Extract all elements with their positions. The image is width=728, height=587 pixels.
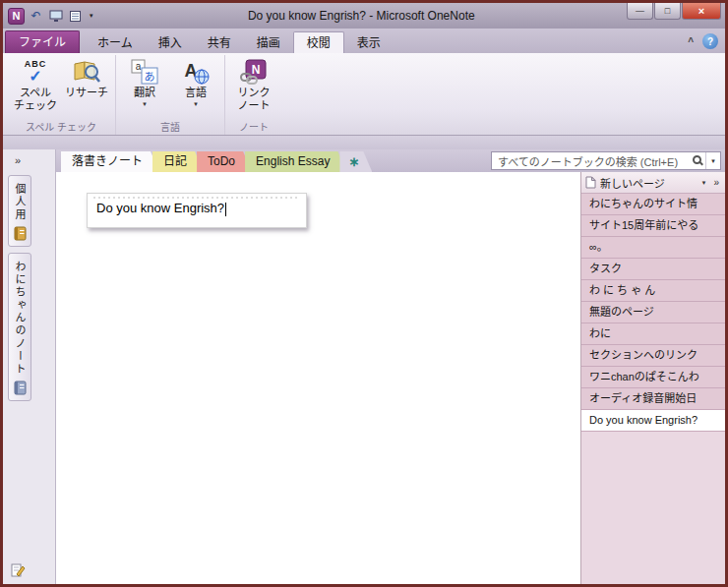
sidebar-spacer [3,401,55,562]
linked-notes-icon: N [239,57,269,87]
group-label-spelling: スペル チェック [10,120,112,135]
onenote-app-icon[interactable]: N [8,8,25,25]
undo-icon[interactable]: ↶ [28,8,44,25]
tab-draw[interactable]: 描画 [244,33,293,53]
tab-view[interactable]: 表示 [344,33,394,53]
help-icon[interactable]: ? [702,33,718,49]
tab-insert[interactable]: 挿入 [146,33,195,53]
translate-label: 翻訳 [134,87,155,99]
page-tab[interactable]: タスク [581,259,725,280]
translate-icon: a あ [130,57,159,87]
ribbon-gap [3,136,725,149]
tab-share[interactable]: 共有 [195,33,244,53]
notebook-navigation-bar: » 個人用 わにちゃんのノート [3,149,56,584]
notebook-icon [13,226,28,241]
section-tab-bar: 落書きノート 日記 ToDo English Essay ∗ すべてのノートブッ… [56,149,725,172]
search-icon[interactable] [693,155,701,164]
group-label-language: 言語 [119,120,221,135]
page-tab-selected[interactable]: Do you know Engrish? [581,410,725,432]
ribbon-tab-bar: ファイル ホーム 挿入 共有 描画 校閲 表示 ^ ? [3,29,725,53]
notebook-tab-wanichan[interactable]: わにちゃんのノート [8,253,31,401]
search-scope-dropdown-icon[interactable]: ▼ [705,152,720,169]
tab-review[interactable]: 校閲 [293,31,344,53]
section-tab-rakugaki[interactable]: 落書きノート [61,151,159,172]
text-caret [225,203,226,216]
quick-access-toolbar: N ↶ ▾ [3,8,96,25]
group-label-notes: ノート [228,120,279,135]
svg-text:あ: あ [145,71,155,83]
language-dropdown-icon[interactable]: ▼ [193,101,199,107]
onenote-window: N ↶ ▾ Do you know Engrish? - Microsoft O… [0,0,728,587]
maximize-button[interactable]: □ [654,3,681,20]
section-tab-todo[interactable]: ToDo [197,151,252,172]
section-tab-english-essay[interactable]: English Essay [245,151,346,172]
note-text[interactable]: Do you know Engrish? [96,201,224,215]
minimize-button[interactable]: — [627,3,653,20]
qat-dropdown-icon[interactable]: ▾ [87,12,96,20]
dock-to-desktop-icon[interactable] [47,8,64,25]
page-tab[interactable]: ∞。 [581,237,725,259]
ribbon-group-language: a あ 翻訳 ▼ A [115,55,224,135]
full-page-view-icon[interactable] [67,8,84,25]
page-tab[interactable]: サイト15周年前にやる [581,215,725,237]
window-title: Do you know Engrish? - Microsoft OneNote [96,9,627,23]
page-tab[interactable]: オーディオ録音開始日 [581,388,725,410]
research-button[interactable]: リサーチ [61,55,112,99]
language-icon: A [181,57,211,87]
notebook-label: わにちゃんのノート [12,261,28,376]
page-tab[interactable]: セクションへのリンク [581,345,725,367]
svg-text:N: N [252,63,261,77]
spell-check-icon: ABC✓ [25,57,47,87]
search-placeholder: すべてのノートブックの検索 (Ctrl+E) [498,153,691,169]
page-tab[interactable]: 無題のページ [581,302,725,323]
notebook-icon [13,381,28,395]
new-page-icon[interactable] [585,176,596,189]
research-icon [72,57,101,87]
tab-home[interactable]: ホーム [85,33,146,53]
page-tabs-panel: 新しいページ ▼ » わにちゃんのサイト情 サイト15周年前にやる ∞。 タスク… [580,172,725,584]
page-canvas[interactable]: Do you know Engrish? [56,172,580,584]
notebook-label: 個人用 [12,183,28,221]
search-input[interactable]: すべてのノートブックの検索 (Ctrl+E) ▼ [491,151,721,170]
page-tab[interactable]: わ に ち ゃ ん [581,280,725,302]
new-section-icon[interactable]: ∗ [339,151,372,172]
ribbon-group-spelling: ABC✓ スペル チェック [7,55,115,135]
window-controls: — □ × [627,3,725,20]
linked-notes-label2: ノート [238,99,271,112]
titlebar: N ↶ ▾ Do you know Engrish? - Microsoft O… [3,3,725,29]
minimize-ribbon-icon[interactable]: ^ [681,36,700,47]
page-tab[interactable]: ワニchanのぱそこんわ [581,367,725,388]
linked-notes-button[interactable]: N リンク ノート [228,55,279,112]
tab-file[interactable]: ファイル [5,30,80,53]
page-tab[interactable]: わに [581,323,725,345]
page-tab[interactable]: わにちゃんのサイト情 [581,194,725,215]
language-label: 言語 [185,87,207,99]
expand-navbar-icon[interactable]: » [8,151,28,169]
section-tab-diary[interactable]: 日記 [152,151,204,172]
translate-button[interactable]: a あ 翻訳 ▼ [119,55,170,107]
language-button[interactable]: A 言語 ▼ [170,55,221,107]
research-label: リサーチ [65,87,108,99]
close-button[interactable]: × [682,3,721,20]
unfiled-notes-icon[interactable] [10,562,55,578]
spell-check-label2: チェック [14,99,57,112]
svg-text:a: a [136,61,142,72]
page-tabs-empty-area [581,432,725,584]
new-page-dropdown-icon[interactable]: ▼ [697,180,710,186]
note-container[interactable]: Do you know Engrish? [87,193,307,228]
translate-dropdown-icon[interactable]: ▼ [142,101,148,107]
page-tabs-header: 新しいページ ▼ » [581,172,725,194]
notebook-tab-personal[interactable]: 個人用 [8,175,31,247]
linked-notes-label: リンク [238,87,271,99]
spell-check-button[interactable]: ABC✓ スペル チェック [10,55,61,112]
ribbon-review-panel: ABC✓ スペル チェック [3,53,725,136]
collapse-page-tabs-icon[interactable]: » [710,177,722,188]
ribbon-group-notes: N リンク ノート ノート [224,55,282,135]
new-page-button[interactable]: 新しいページ [600,175,665,191]
spell-check-label: スペル [20,87,51,99]
